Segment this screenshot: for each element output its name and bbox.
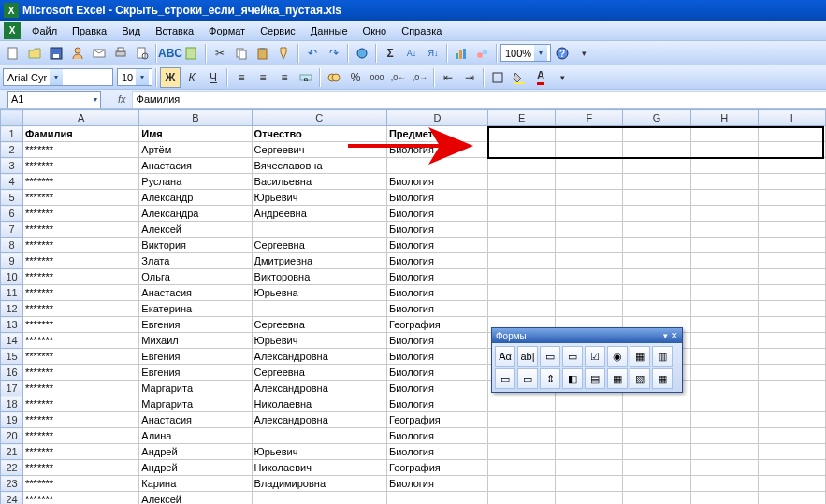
cell[interactable] <box>690 269 758 285</box>
row-header[interactable]: 9 <box>1 253 23 269</box>
row-header[interactable]: 8 <box>1 238 23 253</box>
cell[interactable] <box>488 396 556 412</box>
cell[interactable]: Биология <box>386 301 487 317</box>
forms-control-8[interactable]: ▭ <box>495 368 515 389</box>
bold-button[interactable]: Ж <box>160 67 181 88</box>
cell[interactable] <box>690 206 758 222</box>
cell[interactable]: Юрьевна <box>252 285 386 301</box>
cell[interactable] <box>690 396 758 412</box>
cell[interactable]: Биология <box>386 476 487 492</box>
cell[interactable] <box>556 158 623 174</box>
cell[interactable] <box>690 349 758 365</box>
cell[interactable] <box>488 269 556 285</box>
col-header-E[interactable]: E <box>488 110 556 126</box>
row-header[interactable]: 10 <box>1 269 23 285</box>
cell[interactable]: ******* <box>23 333 139 349</box>
cell[interactable]: Андрей <box>139 444 252 460</box>
cell[interactable] <box>488 412 556 428</box>
cell[interactable] <box>556 476 623 492</box>
borders-button[interactable] <box>487 67 508 88</box>
cell[interactable]: Биология <box>386 428 487 444</box>
cell[interactable] <box>690 381 758 396</box>
forms-control-10[interactable]: ⇕ <box>540 368 560 389</box>
cell[interactable]: Карина <box>139 476 252 492</box>
email-button[interactable] <box>89 43 109 64</box>
chevron-down-icon[interactable]: ▾ <box>94 95 97 104</box>
cell[interactable] <box>623 238 690 253</box>
new-button[interactable] <box>3 43 23 64</box>
font-size-select[interactable]: 10 <box>117 68 152 86</box>
cell[interactable]: Сергеевна <box>252 317 386 333</box>
cell[interactable]: Александровна <box>252 412 386 428</box>
cell[interactable]: ******* <box>23 142 139 158</box>
cell[interactable]: Александр <box>139 190 252 206</box>
cell[interactable]: ******* <box>23 269 139 285</box>
cell[interactable] <box>488 476 556 492</box>
cell[interactable] <box>690 174 758 190</box>
cell[interactable] <box>690 158 758 174</box>
cell[interactable] <box>690 428 758 444</box>
forms-control-12[interactable]: ▤ <box>585 368 605 389</box>
autosum-button[interactable]: Σ <box>380 43 400 64</box>
cell[interactable] <box>556 206 623 222</box>
col-header-I[interactable]: I <box>758 110 825 126</box>
align-right-button[interactable]: ≡ <box>274 67 295 88</box>
cell[interactable] <box>690 476 758 492</box>
cell[interactable] <box>556 301 623 317</box>
cell[interactable]: Алексей <box>139 492 252 505</box>
cell[interactable]: Анастасия <box>139 412 252 428</box>
cell[interactable] <box>758 317 825 333</box>
cell[interactable] <box>556 396 623 412</box>
cell[interactable]: Биология <box>386 238 487 253</box>
forms-control-7[interactable]: ▥ <box>652 346 673 367</box>
cell[interactable] <box>488 158 556 174</box>
redo-button[interactable]: ↷ <box>324 43 344 64</box>
cell[interactable] <box>758 476 825 492</box>
cell[interactable]: Вячеславовна <box>252 158 386 174</box>
cell[interactable] <box>623 492 690 505</box>
cell[interactable]: Андреевна <box>252 206 386 222</box>
underline-button[interactable]: Ч <box>203 67 224 88</box>
forms-control-2[interactable]: ▭ <box>540 346 560 367</box>
sort-asc-button[interactable]: А↓ <box>401 43 422 64</box>
cell[interactable]: Фамилия <box>23 126 139 142</box>
forms-toolbar[interactable]: Формы ▾✕ Aαab|▭▭☑◉▦▥▭▭⇕◧▤▦▧▦ <box>491 327 683 393</box>
cell[interactable] <box>488 428 556 444</box>
cell[interactable]: Биология <box>386 365 487 381</box>
cell[interactable] <box>556 412 623 428</box>
increase-indent-button[interactable]: ⇥ <box>459 67 480 88</box>
help-button[interactable]: ? <box>552 43 572 64</box>
cell[interactable] <box>758 444 825 460</box>
print-preview-button[interactable] <box>132 43 152 64</box>
forms-control-6[interactable]: ▦ <box>630 346 650 367</box>
decrease-decimal-button[interactable]: ,0→ <box>410 67 430 88</box>
comma-button[interactable]: 000 <box>367 67 387 88</box>
cell[interactable] <box>690 222 758 238</box>
menu-справка[interactable]: Справка <box>394 22 449 39</box>
cell[interactable]: ******* <box>23 238 139 253</box>
menu-вставка[interactable]: Вставка <box>148 22 201 39</box>
cell[interactable]: Юрьевич <box>252 190 386 206</box>
excel-worksheet-icon[interactable]: X <box>4 22 21 39</box>
menu-формат[interactable]: Формат <box>201 22 253 39</box>
cell[interactable] <box>758 206 825 222</box>
cell[interactable] <box>488 492 556 505</box>
cell[interactable]: Николаевна <box>252 396 386 412</box>
cell[interactable] <box>758 301 825 317</box>
forms-control-13[interactable]: ▦ <box>607 368 628 389</box>
cell[interactable]: Имя <box>139 126 252 142</box>
cell[interactable]: Биология <box>386 285 487 301</box>
cell[interactable]: ******* <box>23 206 139 222</box>
cell[interactable] <box>690 301 758 317</box>
cell[interactable] <box>488 142 556 158</box>
forms-control-5[interactable]: ◉ <box>607 346 628 367</box>
cell[interactable]: ******* <box>23 158 139 174</box>
cell[interactable]: Юрьевич <box>252 333 386 349</box>
cell[interactable] <box>758 412 825 428</box>
cell[interactable] <box>623 444 690 460</box>
cell[interactable] <box>623 301 690 317</box>
cell[interactable] <box>758 126 825 142</box>
cell[interactable] <box>690 460 758 476</box>
cell[interactable]: Александровна <box>252 381 386 396</box>
cell[interactable] <box>623 476 690 492</box>
